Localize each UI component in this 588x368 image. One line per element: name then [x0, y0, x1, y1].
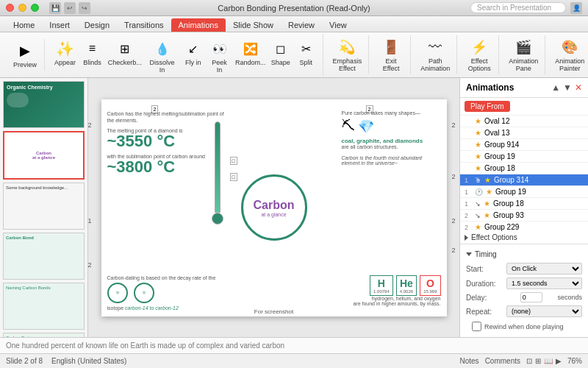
panel-header: Animations ▲ ▼ ✕ [460, 78, 588, 98]
undo-icon[interactable]: ↩ [64, 2, 76, 14]
coal-sub-text: are all carbon structures. [342, 144, 441, 149]
effect-options-icon: ⚡ [469, 37, 490, 57]
reading-view-icon[interactable]: 📖 [544, 357, 553, 365]
tab-animations[interactable]: Animations [171, 18, 226, 32]
maximize-button[interactable] [31, 4, 39, 12]
delay-input[interactable] [520, 292, 542, 302]
slide-thumb-4[interactable]: Carbon Bond [3, 233, 85, 280]
animation-pane-button[interactable]: 🎬 AnimationPane [506, 35, 540, 74]
path-button[interactable]: 〰 PathAnimation [418, 35, 452, 74]
close-button[interactable] [6, 4, 14, 12]
tab-insert[interactable]: Insert [42, 18, 77, 32]
duration-timing-select[interactable]: 1.5 seconds [506, 277, 582, 289]
slideshow-view-icon[interactable]: ▶ [556, 357, 562, 365]
anim-name-group18b: Group 18 [493, 199, 524, 208]
split-button[interactable]: ✂ Split [294, 37, 318, 68]
right-content: Pure carbon takes many shapes— ⛏ 💎 coal,… [342, 110, 441, 166]
slide-3-label: Some background knowledge... [6, 185, 82, 190]
slide-thumb-3[interactable]: Some background knowledge... [3, 183, 85, 230]
slide-thumb-1[interactable]: Organic Chemistry [3, 81, 85, 128]
slide-2-container: 2 Carbonat a glance [3, 131, 85, 180]
right-num-2: 2 [451, 173, 455, 180]
mid-box-1: □ [230, 157, 237, 165]
move-icon-group18b: ↘ [475, 200, 481, 208]
anim-name-group19a: Group 19 [484, 152, 515, 160]
tab-slideshow[interactable]: Slide Show [226, 18, 281, 32]
anim-num-group229: 2 [465, 224, 472, 231]
carbon-forms: ⛏ 💎 [342, 118, 441, 135]
appear-button[interactable]: ✨ Appear [52, 37, 78, 68]
comments-status[interactable]: Comments [485, 357, 520, 365]
anim-item-group19b[interactable]: 1 🕐 ★ Group 19 [460, 186, 588, 198]
peekin-button[interactable]: 👀 Peek In [207, 37, 232, 76]
status-left: Slide 2 of 8 English (United States) [6, 357, 126, 365]
tab-design[interactable]: Design [77, 18, 117, 32]
slide-5-container: 5 Naming Carbon Bonds [3, 283, 85, 330]
anim-item-group229[interactable]: 2 ★ Group 229 [460, 222, 588, 231]
star-icon-group229: ★ [475, 223, 481, 231]
dissolve-button[interactable]: 💧 Dissolve In [145, 37, 180, 76]
animation-painter-button[interactable]: 🎨 AnimationPainter [553, 35, 587, 74]
play-from-button[interactable]: Play From [465, 101, 510, 112]
anim-item-group19a[interactable]: ★ Group 19 [460, 151, 588, 163]
anim-item-group18b[interactable]: 1 ↘ ★ Group 18 [460, 198, 588, 210]
search-bar[interactable]: Search in Presentation [470, 2, 566, 13]
arrow-down-button[interactable]: ▼ [563, 82, 572, 93]
status-right: Notes Comments ⊡ ⊞ 📖 ▶ 76% [460, 357, 583, 365]
effect-options-button[interactable]: ⚡ EffectOptions [465, 35, 494, 74]
timing-header[interactable]: Timing [466, 249, 582, 260]
anim-name-oval13: Oval 13 [484, 129, 509, 137]
zoom-level: 76% [567, 357, 582, 365]
anim-item-group914[interactable]: ★ Group 914 [460, 139, 588, 151]
start-timing-label: Start: [466, 265, 506, 273]
save-icon[interactable]: 💾 [49, 2, 61, 14]
arrow-up-button[interactable]: ▲ [551, 82, 560, 93]
notes-status[interactable]: Notes [460, 357, 479, 365]
random-button[interactable]: 🔀 Random... [234, 37, 267, 68]
repeat-timing-select[interactable]: (none) [506, 305, 582, 317]
helium-num: 4.0026 [400, 289, 413, 294]
slide-container-wrapper: 2 1 2 2 2 2 2 2 2 Carbon has the [101, 99, 447, 316]
anim-item-oval13[interactable]: ★ Oval 13 [460, 127, 588, 139]
animation-pane-label: AnimationPane [509, 58, 538, 73]
rewind-checkbox[interactable] [472, 322, 481, 331]
tab-transitions[interactable]: Transitions [117, 18, 171, 32]
normal-view-icon[interactable]: ⊡ [526, 357, 532, 365]
emphasis-label: EmphasisEffect [333, 58, 362, 73]
tab-review[interactable]: Review [281, 18, 322, 32]
minimize-button[interactable] [18, 4, 26, 12]
panel-close-button[interactable]: ✕ [575, 82, 582, 93]
tab-view[interactable]: View [322, 18, 354, 32]
flyin-button[interactable]: ↙ Fly in [181, 37, 205, 68]
tab-home[interactable]: Home [6, 18, 42, 32]
slide-thumb-6[interactable]: Carbon Dating [3, 333, 85, 337]
slide-thumb-5[interactable]: Naming Carbon Bonds [3, 283, 85, 330]
slide-6-container: 6 Carbon Dating [3, 333, 85, 337]
anim-item-oval12[interactable]: ★ Oval 12 [460, 116, 588, 127]
screenshot-label: For screenshot [254, 308, 293, 315]
anim-item-group93[interactable]: 2 ↘ ★ Group 93 [460, 210, 588, 222]
thermometer [212, 121, 223, 224]
grid-view-icon[interactable]: ⊞ [535, 357, 541, 365]
checkerboard-button[interactable]: ⊞ Checkerb... [107, 37, 143, 68]
play-from-section: Play From [460, 98, 588, 116]
emphasis-group: 💫 EmphasisEffect [326, 35, 370, 74]
redo-icon[interactable]: ↪ [79, 2, 90, 14]
emphasis-button[interactable]: 💫 EmphasisEffect [331, 35, 365, 74]
anim-name-group18a: Group 18 [484, 164, 515, 172]
effect-options-section[interactable]: Effect Options [460, 231, 588, 244]
helium-symbol: He [400, 277, 413, 289]
slide-5-label: Naming Carbon Bonds [6, 286, 82, 290]
shape-button[interactable]: ◻ Shape [268, 37, 293, 68]
preview-button[interactable]: ▶ Preview [10, 39, 40, 71]
slide-thumb-2[interactable]: Carbonat a glance [3, 131, 85, 180]
start-timing-select[interactable]: On Click [506, 263, 582, 275]
anim-item-group18a[interactable]: ★ Group 18 [460, 163, 588, 174]
blinds-button[interactable]: ≡ Blinds [79, 37, 105, 68]
left-num-3: 2 [88, 261, 92, 269]
helium-element: He 4.0026 [396, 275, 417, 296]
anim-item-group314[interactable]: 1 🖱 ★ Group 314 [460, 174, 588, 186]
exit-button[interactable]: 🚪 ExitEffect [376, 35, 406, 74]
star-icon-group18b: ★ [484, 199, 490, 208]
user-icon[interactable]: 👤 [570, 2, 582, 14]
